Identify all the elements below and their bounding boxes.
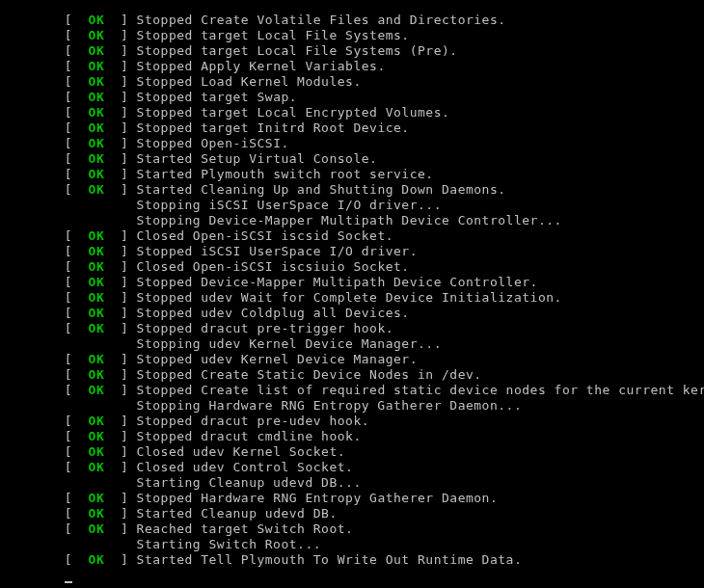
boot-line: [ OK ] Stopped Apply Kernel Variables. <box>0 59 704 74</box>
boot-line: [ OK ] Reached target Switch Root. <box>0 521 704 537</box>
bracket-close: ] <box>104 414 136 428</box>
bracket-close: ] <box>104 105 136 120</box>
status-ok: OK <box>89 136 105 150</box>
bracket-open: [ <box>65 352 89 366</box>
bracket-open: [ <box>65 244 89 258</box>
boot-message: Reached target Switch Root. <box>137 521 354 536</box>
boot-message: Stopped target Swap. <box>137 90 298 104</box>
boot-message: Closed udev Kernel Socket. <box>137 444 346 459</box>
boot-line: [ OK ] Closed Open-iSCSI iscsiuio Socket… <box>0 259 704 275</box>
boot-message: Stopped dracut pre-udev hook. <box>137 414 369 428</box>
bracket-open: [ <box>65 275 89 289</box>
bracket-close: ] <box>104 136 136 150</box>
bracket-open: [ <box>65 105 89 120</box>
boot-line: [ OK ] Stopped udev Kernel Device Manage… <box>0 352 704 367</box>
bracket-open: [ <box>65 28 89 42</box>
boot-message: Started Setup Virtual Console. <box>137 151 378 166</box>
boot-line: [ OK ] Stopped target Local Encrypted Vo… <box>0 105 704 120</box>
boot-line: [ OK ] Started Cleanup udevd DB. <box>0 506 704 521</box>
bracket-open: [ <box>65 521 89 536</box>
boot-line: [ OK ] Stopped udev Wait for Complete De… <box>0 290 704 306</box>
status-ok: OK <box>89 552 105 567</box>
boot-line: [ OK ] Stopped dracut pre-udev hook. <box>0 414 704 429</box>
status-ok: OK <box>89 414 105 428</box>
boot-line: [ OK ] Stopped Create list of required s… <box>0 383 704 398</box>
boot-message: Stopped target Local Encrypted Volumes. <box>137 105 450 120</box>
boot-line: [ OK ] Stopped Open-iSCSI. <box>0 136 704 151</box>
boot-line: Starting Switch Root... <box>0 537 704 552</box>
boot-message: Stopped Create Volatile Files and Direct… <box>137 13 506 27</box>
bracket-close: ] <box>104 90 136 104</box>
status-ok: OK <box>89 521 105 536</box>
boot-message: Stopped Apply Kernel Variables. <box>137 59 386 73</box>
bracket-close: ] <box>104 429 136 443</box>
bracket-open: [ <box>65 151 89 166</box>
boot-line: [ OK ] Stopped target Swap. <box>0 90 704 105</box>
bracket-open: [ <box>65 167 89 181</box>
boot-message: Closed Open-iSCSI iscsid Socket. <box>137 228 393 243</box>
bracket-close: ] <box>104 244 136 258</box>
boot-line: Stopping udev Kernel Device Manager... <box>0 336 704 352</box>
status-ok: OK <box>89 506 105 521</box>
status-ok: OK <box>89 43 105 58</box>
boot-message: Stopped Open-iSCSI. <box>137 136 289 150</box>
boot-line: [ OK ] Stopped dracut pre-trigger hook. <box>0 321 704 336</box>
bracket-close: ] <box>104 59 136 73</box>
boot-line: [ OK ] Started Tell Plymouth To Write Ou… <box>0 552 704 568</box>
boot-line: Stopping Hardware RNG Entropy Gatherer D… <box>0 398 704 414</box>
bracket-open: [ <box>65 429 89 443</box>
boot-message: Stopped Hardware RNG Entropy Gatherer Da… <box>137 491 499 505</box>
bracket-open: [ <box>65 444 89 459</box>
boot-message: Started Cleanup udevd DB. <box>137 506 338 521</box>
boot-line: [ OK ] Stopped udev Coldplug all Devices… <box>0 306 704 321</box>
bracket-open: [ <box>65 228 89 243</box>
boot-line: [ OK ] Stopped target Local File Systems… <box>0 43 704 59</box>
bracket-close: ] <box>104 13 136 27</box>
boot-line: [ OK ] Stopped target Local File Systems… <box>0 28 704 43</box>
bracket-close: ] <box>104 151 136 166</box>
boot-line: Stopping Device-Mapper Multipath Device … <box>0 213 704 228</box>
boot-line: [ OK ] Stopped Load Kernel Modules. <box>0 74 704 90</box>
bracket-close: ] <box>104 383 136 397</box>
bracket-open: [ <box>65 383 89 397</box>
boot-message: Stopped Load Kernel Modules. <box>137 74 362 89</box>
status-ok: OK <box>89 28 105 42</box>
bracket-close: ] <box>104 552 136 567</box>
status-ok: OK <box>89 90 105 104</box>
bracket-close: ] <box>104 182 136 197</box>
boot-line: [ OK ] Stopped Create Volatile Files and… <box>0 13 704 28</box>
bracket-close: ] <box>104 444 136 459</box>
bracket-open: [ <box>65 290 89 305</box>
bracket-close: ] <box>104 352 136 366</box>
status-ok: OK <box>89 182 105 197</box>
boot-message: Stopped target Initrd Root Device. <box>137 120 410 135</box>
status-ok: OK <box>89 59 105 73</box>
boot-message: Stopped dracut pre-trigger hook. <box>137 321 393 335</box>
status-ok: OK <box>89 275 105 289</box>
bracket-open: [ <box>65 136 89 150</box>
status-ok: OK <box>89 74 105 89</box>
boot-line: [ OK ] Stopped target Initrd Root Device… <box>0 120 704 136</box>
bracket-open: [ <box>65 321 89 335</box>
bracket-open: [ <box>65 552 89 567</box>
status-ok: OK <box>89 491 105 505</box>
boot-line: Starting Cleanup udevd DB... <box>0 475 704 491</box>
bracket-close: ] <box>104 491 136 505</box>
boot-message: Stopped target Local File Systems (Pre). <box>137 43 458 58</box>
status-ok: OK <box>89 151 105 166</box>
bracket-close: ] <box>104 521 136 536</box>
boot-message: Closed udev Control Socket. <box>137 460 354 474</box>
bracket-close: ] <box>104 275 136 289</box>
status-ok: OK <box>89 352 105 366</box>
boot-message: Stopping udev Kernel Device Manager... <box>137 336 442 351</box>
status-ok: OK <box>89 105 105 120</box>
status-ok: OK <box>89 290 105 305</box>
bracket-close: ] <box>104 290 136 305</box>
boot-message: Stopped iSCSI UserSpace I/O driver. <box>137 244 418 258</box>
bracket-close: ] <box>104 506 136 521</box>
boot-line: [ OK ] Stopped dracut cmdline hook. <box>0 429 704 444</box>
bracket-close: ] <box>104 167 136 181</box>
boot-line: [ OK ] Started Setup Virtual Console. <box>0 151 704 167</box>
cursor <box>65 581 72 583</box>
bracket-open: [ <box>65 182 89 197</box>
